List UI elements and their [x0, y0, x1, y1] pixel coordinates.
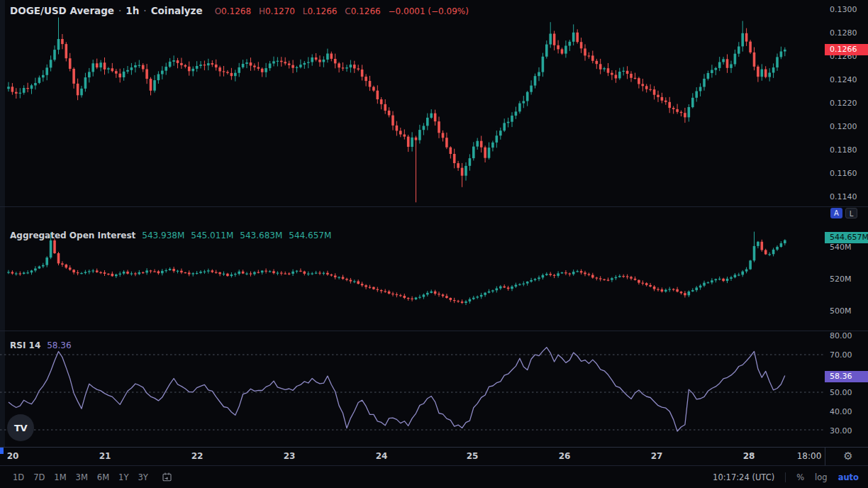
percent-scale-button[interactable]: % — [796, 472, 804, 482]
legend-separator: · — [118, 5, 121, 16]
price-axis-tick: 0.1300 — [830, 5, 857, 14]
change-value: −0.0001 (−0.09%) — [389, 6, 469, 16]
toolbar-divider — [785, 472, 786, 482]
price-axis-tick: 0.1280 — [830, 28, 857, 38]
log-scale-button[interactable]: L — [845, 208, 857, 218]
rsi-title[interactable]: RSI 14 — [10, 340, 40, 350]
price-axis-tick: 0.1180 — [830, 145, 857, 155]
oi-close: 544.657M — [289, 231, 331, 240]
range-1d[interactable]: 1D — [13, 472, 24, 482]
time-axis-label: 27 — [651, 451, 663, 461]
bottom-toolbar: 1D 7D 1M 3M 6M 1Y 3Y 10:17:24 (UTC) % lo… — [0, 466, 868, 488]
auto-scale-button[interactable]: A — [830, 208, 842, 218]
range-3y[interactable]: 3Y — [138, 472, 148, 482]
chart-canvas[interactable] — [0, 0, 825, 448]
high-key: H — [259, 6, 265, 16]
oi-last-label: 544.657M — [825, 232, 868, 243]
rsi-axis-tick: 30.00 — [830, 426, 852, 436]
open-interest-legend[interactable]: Aggregated Open Interest 543.938M 545.01… — [10, 231, 331, 240]
time-axis-marker — [0, 448, 4, 454]
oi-axis-tick: 500M — [830, 306, 852, 316]
high-value: 0.1270 — [265, 6, 295, 16]
price-axis-tick: 0.1140 — [830, 192, 857, 201]
time-axis-label: 25 — [467, 451, 479, 461]
close-key: C — [345, 6, 350, 16]
pane-separator[interactable] — [0, 331, 868, 331]
price-axis-tick: 0.1220 — [830, 99, 857, 108]
oi-title[interactable]: Aggregated Open Interest — [10, 231, 135, 240]
rsi-axis-tick: 80.00 — [830, 331, 852, 340]
log-scale-toggle[interactable]: log — [815, 472, 828, 482]
time-axis-label: 18:00 — [797, 451, 822, 461]
price-last-label: 0.1266 — [825, 44, 868, 55]
oi-low: 543.683M — [240, 231, 282, 240]
price-axis-tick: 0.1240 — [830, 75, 857, 84]
range-3m[interactable]: 3M — [76, 472, 88, 482]
calendar-icon[interactable] — [162, 472, 172, 482]
source-label[interactable]: Coinalyze — [151, 5, 203, 16]
axis-mode-buttons: A L — [830, 208, 857, 218]
time-axis-label: 22 — [191, 451, 204, 461]
range-7d[interactable]: 7D — [33, 472, 45, 482]
open-value: 0.1268 — [221, 6, 251, 16]
symbol-title[interactable]: DOGE/USD Average — [10, 5, 114, 16]
price-axis-tick: 0.1200 — [830, 122, 857, 131]
legend-separator: · — [143, 5, 146, 16]
gear-icon[interactable]: ⚙ — [840, 448, 857, 465]
time-axis-label: 23 — [284, 451, 296, 461]
tradingview-logo[interactable]: TV — [7, 414, 34, 441]
pane-separator[interactable] — [0, 206, 868, 207]
time-axis-label: 26 — [559, 451, 571, 461]
rsi-value: 58.36 — [47, 340, 71, 350]
open-key: O — [215, 6, 221, 16]
range-6m[interactable]: 6M — [97, 472, 109, 482]
interval-label[interactable]: 1h — [126, 5, 139, 16]
range-1m[interactable]: 1M — [54, 472, 66, 482]
price-axis-tick: 0.1160 — [830, 169, 857, 178]
rsi-axis-tick: 70.00 — [830, 350, 852, 360]
trading-chart-app: DOGE/USD Average · 1h · Coinalyze O0.126… — [0, 0, 868, 488]
auto-scale-toggle[interactable]: auto — [838, 472, 859, 482]
time-axis[interactable]: 20212223242526272818:00 — [0, 448, 868, 465]
ohlc-values: O0.1268 H0.1270 L0.1266 C0.1266 −0.0001 … — [210, 6, 469, 16]
axis-corner-divider — [825, 448, 825, 465]
oi-axis-tick: 520M — [830, 274, 852, 284]
low-value: 0.1266 — [307, 6, 337, 16]
oi-axis-tick: 540M — [830, 243, 852, 252]
oi-open: 543.938M — [142, 231, 184, 240]
oi-high: 545.011M — [191, 231, 233, 240]
rsi-axis-tick: 40.00 — [830, 407, 852, 416]
time-axis-label: 28 — [743, 451, 755, 461]
time-axis-label: 24 — [376, 451, 388, 461]
range-1y[interactable]: 1Y — [118, 472, 128, 482]
symbol-legend[interactable]: DOGE/USD Average · 1h · Coinalyze O0.126… — [10, 5, 469, 16]
clock-label[interactable]: 10:17:24 (UTC) — [713, 472, 774, 482]
rsi-axis-tick: 50.00 — [830, 388, 852, 397]
toolbar-right-group: 10:17:24 (UTC) % log auto — [713, 472, 868, 482]
time-axis-label: 21 — [99, 451, 111, 461]
rsi-last-label: 58.36 — [825, 371, 868, 382]
rsi-legend[interactable]: RSI 14 58.36 — [10, 340, 72, 350]
time-axis-label: 20 — [7, 451, 19, 461]
close-value: 0.1266 — [351, 6, 381, 16]
